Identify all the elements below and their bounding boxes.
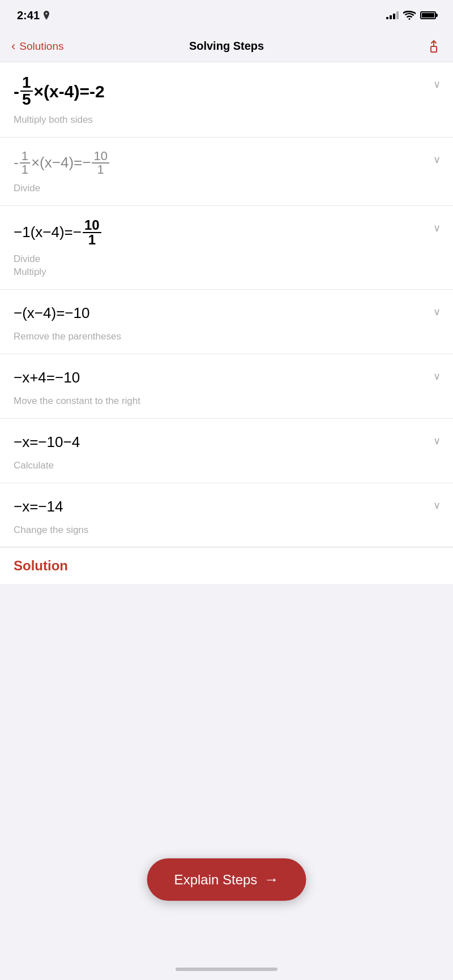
step-row[interactable]: - 1 5 × ( x - 4 ) =-2 Multiply both side… — [0, 62, 453, 137]
time-display: 2:41 — [17, 9, 40, 22]
battery-icon — [420, 11, 436, 19]
status-bar: 2:41 — [0, 0, 453, 31]
step-row[interactable]: −x+4=−10 Move the constant to the right … — [0, 354, 453, 419]
step-7-description: Change the signs — [14, 523, 439, 537]
step-1-description: Multiply both sides — [14, 113, 439, 127]
back-chevron-icon: ‹ — [11, 39, 15, 54]
explain-steps-label: Explain Steps — [174, 872, 258, 888]
step-row[interactable]: - 1 1 ×(x−4)=− 10 1 Divide ∨ — [0, 137, 453, 206]
chevron-down-icon: ∨ — [433, 370, 441, 382]
step-2-equation: - 1 1 ×(x−4)=− 10 1 — [14, 150, 439, 176]
step-row[interactable]: −1(x−4)=− 10 1 DivideMultiply ∨ — [0, 206, 453, 290]
step-3-equation: −1(x−4)=− 10 1 — [14, 218, 439, 247]
step-row[interactable]: −x=−10−4 Calculate ∨ — [0, 419, 453, 483]
fraction-10-1-step3: 10 1 — [83, 218, 101, 247]
fraction-10-1: 10 1 — [92, 150, 109, 176]
step-6-description: Calculate — [14, 459, 439, 472]
arrow-right-icon: → — [264, 871, 279, 888]
chevron-down-icon: ∨ — [433, 306, 441, 318]
step-1-equation: - 1 5 × ( x - 4 ) =-2 — [14, 75, 439, 108]
solution-section: Solution — [0, 547, 453, 584]
nav-header: ‹ Solutions Solving Steps — [0, 31, 453, 62]
home-indicator — [176, 968, 277, 971]
chevron-down-icon: ∨ — [433, 499, 441, 512]
back-button[interactable]: ‹ Solutions — [11, 39, 64, 54]
solution-label: Solution — [14, 558, 68, 573]
fraction-1-1-left: 1 1 — [20, 150, 30, 176]
chevron-down-icon: ∨ — [433, 78, 441, 91]
svg-rect-0 — [431, 46, 437, 52]
fraction-1-5: 1 5 — [20, 75, 33, 108]
share-button[interactable] — [426, 38, 442, 54]
location-icon — [43, 11, 50, 20]
chevron-down-icon: ∨ — [433, 435, 441, 447]
step-4-equation: −(x−4)=−10 — [14, 302, 439, 324]
step-7-equation: −x=−14 — [14, 496, 439, 518]
page-title: Solving Steps — [189, 40, 264, 53]
wifi-icon — [403, 11, 416, 20]
explain-steps-container: Explain Steps → — [147, 858, 306, 901]
share-icon — [426, 38, 442, 54]
step-6-equation: −x=−10−4 — [14, 431, 439, 453]
status-indicators — [386, 11, 436, 20]
chevron-down-icon: ∨ — [433, 222, 441, 234]
status-time: 2:41 — [17, 9, 50, 22]
explain-steps-button[interactable]: Explain Steps → — [147, 858, 306, 901]
step-row[interactable]: −(x−4)=−10 Remove the parentheses ∨ — [0, 290, 453, 354]
step-2-description: Divide — [14, 182, 439, 195]
signal-icon — [386, 11, 399, 19]
step-5-description: Move the constant to the right — [14, 394, 439, 408]
back-label: Solutions — [19, 40, 63, 53]
step-4-description: Remove the parentheses — [14, 330, 439, 343]
content-area: - 1 5 × ( x - 4 ) =-2 Multiply both side… — [0, 62, 453, 584]
step-3-description: DivideMultiply — [14, 252, 439, 280]
chevron-down-icon: ∨ — [433, 153, 441, 166]
step-5-equation: −x+4=−10 — [14, 367, 439, 389]
step-row[interactable]: −x=−14 Change the signs ∨ — [0, 483, 453, 548]
